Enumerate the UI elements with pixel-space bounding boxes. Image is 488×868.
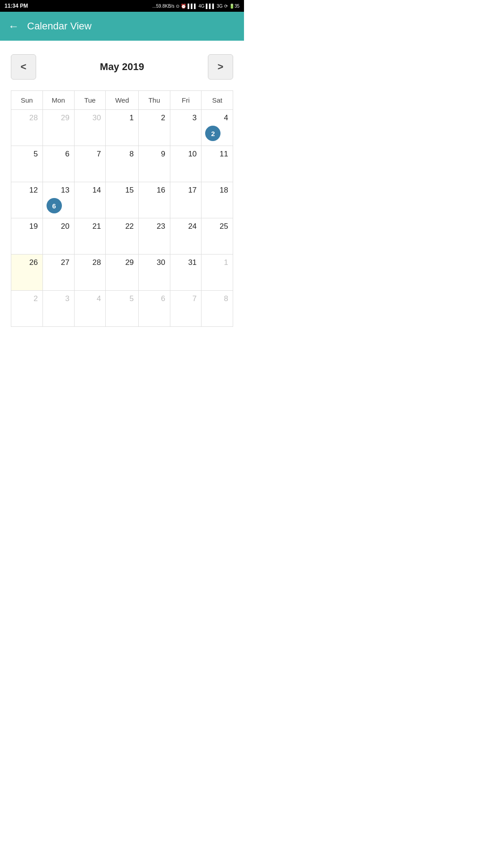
day-number: 5 [130, 294, 134, 303]
calendar-week-row: 567891011 [11, 146, 233, 182]
calendar-day-cell[interactable]: 28 [74, 255, 106, 291]
calendar-day-cell[interactable]: 3 [170, 110, 202, 146]
calendar-day-cell[interactable]: 20 [42, 218, 74, 255]
wifi-icon: ⟳ [224, 4, 228, 9]
calendar-day-cell[interactable]: 18 [202, 182, 233, 218]
day-number: 28 [92, 258, 101, 267]
calendar-day-cell[interactable]: 10 [170, 146, 202, 182]
day-number: 29 [61, 113, 70, 122]
status-icons: ...59.8KB/s ⊙ ⏰ ▌▌▌ 4G ▌▌▌ 3G ⟳ 🔋35 [152, 4, 239, 9]
calendar-day-cell[interactable]: 25 [202, 218, 233, 255]
day-number: 11 [220, 150, 228, 158]
calendar-day-cell[interactable]: 2 [139, 110, 170, 146]
calendar-day-cell[interactable]: 11 [202, 146, 233, 182]
event-badge: 6 [47, 198, 62, 213]
page-title: Calendar View [27, 20, 92, 32]
event-badge: 2 [205, 126, 221, 141]
calendar-day-cell[interactable]: 19 [11, 218, 43, 255]
calendar-day-cell[interactable]: 21 [74, 218, 106, 255]
weekday-header: Sun [11, 91, 43, 110]
calendar-day-cell[interactable]: 6 [42, 146, 74, 182]
calendar-week-row: 121361415161718 [11, 182, 233, 218]
weekday-header: Thu [139, 91, 170, 110]
weekday-header: Mon [42, 91, 74, 110]
calendar-day-cell[interactable]: 15 [106, 182, 139, 218]
day-number: 4 [224, 113, 228, 122]
calendar-day-cell[interactable]: 8 [106, 146, 139, 182]
day-number: 1 [224, 258, 228, 267]
weekday-header: Wed [106, 91, 139, 110]
calendar-day-cell[interactable]: 30 [74, 110, 106, 146]
day-number: 17 [188, 186, 197, 194]
calendar-day-cell[interactable]: 27 [42, 255, 74, 291]
calendar-day-cell[interactable]: 3 [42, 291, 74, 327]
day-number: 30 [92, 113, 101, 122]
calendar-container: < May 2019 > SunMonTueWedThuFriSat 28293… [0, 41, 244, 336]
calendar-day-cell[interactable]: 1 [106, 110, 139, 146]
day-number: 27 [61, 258, 70, 267]
calendar-day-cell[interactable]: 29 [106, 255, 139, 291]
day-number: 8 [224, 294, 228, 303]
calendar-day-cell[interactable]: 16 [139, 182, 170, 218]
day-number: 21 [92, 222, 101, 231]
alarm-icon: ⏰ [181, 4, 186, 9]
day-number: 15 [125, 186, 134, 194]
network-info: ...59.8KB/s [152, 4, 174, 9]
day-number: 9 [161, 150, 165, 158]
status-time: 11:34 PM [5, 3, 28, 9]
weekday-header-row: SunMonTueWedThuFriSat [11, 91, 233, 110]
calendar-day-cell[interactable]: 42 [202, 110, 233, 146]
day-number: 20 [61, 222, 70, 231]
calendar-day-cell[interactable]: 24 [170, 218, 202, 255]
calendar-day-cell[interactable]: 22 [106, 218, 139, 255]
day-number: 25 [220, 222, 228, 231]
calendar-day-cell[interactable]: 1 [202, 255, 233, 291]
calendar-day-cell[interactable]: 28 [11, 110, 43, 146]
day-number: 10 [188, 150, 197, 158]
calendar-day-cell[interactable]: 2 [11, 291, 43, 327]
day-number: 7 [97, 150, 101, 158]
calendar-day-cell[interactable]: 5 [106, 291, 139, 327]
calendar-day-cell[interactable]: 17 [170, 182, 202, 218]
day-number: 23 [157, 222, 165, 231]
headphone-icon: ⊙ [176, 4, 179, 9]
day-number: 2 [33, 294, 38, 303]
calendar-day-cell[interactable]: 26 [11, 255, 43, 291]
next-month-button[interactable]: > [208, 54, 233, 80]
calendar-day-cell[interactable]: 12 [11, 182, 43, 218]
calendar-day-cell[interactable]: 5 [11, 146, 43, 182]
calendar-day-cell[interactable]: 29 [42, 110, 74, 146]
calendar-day-cell[interactable]: 4 [74, 291, 106, 327]
calendar-day-cell[interactable]: 136 [42, 182, 74, 218]
calendar-week-row: 2345678 [11, 291, 233, 327]
calendar-day-cell[interactable]: 9 [139, 146, 170, 182]
weekday-header: Sat [202, 91, 233, 110]
day-number: 7 [192, 294, 197, 303]
calendar-day-cell[interactable]: 8 [202, 291, 233, 327]
day-number: 2 [161, 113, 165, 122]
calendar-day-cell[interactable]: 23 [139, 218, 170, 255]
prev-month-button[interactable]: < [11, 54, 36, 80]
calendar-table: SunMonTueWedThuFriSat 282930123425678910… [11, 90, 233, 327]
day-number: 13 [61, 186, 70, 194]
month-label: May 2019 [100, 61, 144, 73]
day-number: 28 [29, 113, 38, 122]
day-number: 16 [157, 186, 165, 194]
calendar-day-cell[interactable]: 7 [170, 291, 202, 327]
calendar-day-cell[interactable]: 7 [74, 146, 106, 182]
day-number: 26 [29, 258, 38, 267]
day-number: 24 [188, 222, 197, 231]
day-number: 22 [125, 222, 134, 231]
calendar-day-cell[interactable]: 6 [139, 291, 170, 327]
back-button[interactable]: ← [8, 20, 19, 33]
day-number: 8 [130, 150, 134, 158]
day-number: 30 [157, 258, 165, 267]
calendar-day-cell[interactable]: 31 [170, 255, 202, 291]
signal-4g: ▌▌▌ 4G [188, 4, 204, 9]
calendar-day-cell[interactable]: 14 [74, 182, 106, 218]
weekday-header: Fri [170, 91, 202, 110]
weekday-header: Tue [74, 91, 106, 110]
calendar-day-cell[interactable]: 30 [139, 255, 170, 291]
app-bar: ← Calendar View [0, 12, 244, 41]
day-number: 6 [65, 150, 69, 158]
